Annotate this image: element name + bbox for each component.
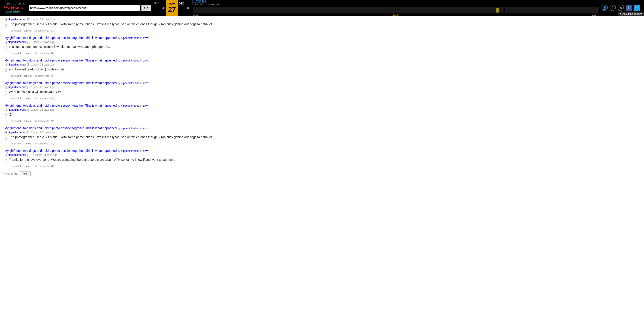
permalink-link[interactable]: permalink [11,29,22,32]
comment-text: :D [9,112,12,117]
context-link[interactable]: context [24,120,32,122]
by-text: by [118,82,121,85]
collapse[interactable]: [-] [4,86,7,89]
permalink-link[interactable]: permalink [11,165,22,168]
collapse[interactable]: [-] [4,40,7,44]
by-user-link[interactable]: nippedinthebud [121,149,139,152]
by-user-link[interactable]: nippedinthebud [121,36,139,40]
comment-text: It is such a common occurrence it would … [9,44,111,49]
comment-block: My girlfriend, two dogs and I did a phot… [4,126,219,145]
full-comments-link[interactable]: full comments (44) [34,120,54,122]
by-user-link[interactable]: nippedinthebud [121,82,139,85]
by-user-link[interactable]: nippedinthebud [121,59,139,62]
next-button[interactable]: next › [20,172,31,176]
downvote[interactable]: ▼ [4,161,8,164]
downvote[interactable]: ▼ [4,48,8,51]
context-link[interactable]: context [24,97,32,100]
twitter-icon[interactable]: 🐦 [634,5,640,11]
downvote[interactable]: ▼ [4,70,8,74]
settings-icon[interactable]: ✕ [618,5,624,11]
s-badge: [S] [27,131,30,134]
upvote[interactable]: ▲ [4,22,8,25]
points-time: 17 points 23 days ago [31,154,57,156]
collapse[interactable]: [-] [4,154,7,156]
vote-arrows: ▲ ▼ [4,44,8,51]
upvote[interactable]: ▲ [4,90,8,93]
username-link[interactable]: nippedinthebud [8,131,26,134]
full-comments-link[interactable]: full comments (44) [34,29,54,32]
nav-next[interactable]: ► [186,5,192,10]
downvote[interactable]: ▼ [4,25,8,28]
in-text: in [140,127,143,130]
upvote[interactable]: ▲ [4,112,8,115]
full-comments-link[interactable]: full comments (44) [34,165,54,168]
upvote[interactable]: ▲ [4,135,8,138]
post-title-link[interactable]: My girlfriend, two dogs and I did a phot… [4,81,117,85]
nav-prev[interactable]: ◄ [160,5,166,10]
subreddit-link[interactable]: aww [143,127,148,130]
username-link[interactable]: nippedinthebud [8,108,26,111]
subreddit-link[interactable]: aww [143,36,148,40]
upvote[interactable]: ▲ [4,158,8,160]
context-link[interactable]: context [24,74,32,77]
full-comments-link[interactable]: full comments (44) [34,142,54,145]
upvote[interactable]: ▲ [4,44,8,48]
collapse[interactable]: [-] [4,108,7,111]
subreddit-link[interactable]: aww [143,59,148,62]
downvote[interactable]: ▼ [4,116,8,119]
username-link[interactable]: nippedinthebud [8,18,26,21]
points-time: 1 point 22 days ago [31,131,54,134]
subreddit-link[interactable]: aww [143,104,148,107]
subreddit-link[interactable]: aww [143,149,148,152]
context-link[interactable]: context [24,165,32,168]
comment-meta: [-] nippedinthebud [S] 1 point 22 days a… [4,40,219,44]
about-capture-button[interactable]: About this capture [618,12,644,16]
context-link[interactable]: context [24,29,32,32]
s-badge: [S] [27,108,30,111]
subreddit-link[interactable]: aww [143,82,148,85]
full-comments-link[interactable]: full comments (44) [34,74,54,77]
username-link[interactable]: nippedinthebud [8,154,26,156]
downvote[interactable]: ▼ [4,138,8,141]
context-link[interactable]: context [24,52,32,54]
permalink-link[interactable]: permalink [11,74,22,77]
by-user-link[interactable]: nippedinthebud [121,127,139,130]
captures-link[interactable]: 11 captures [192,0,598,3]
year-left: 2013 [193,14,198,16]
post-title-link[interactable]: My girlfriend, two dogs and I did a phot… [4,36,117,40]
username-link[interactable]: nippedinthebud [8,63,26,66]
user-icon[interactable]: 👤 [602,5,608,11]
by-user-link[interactable]: nippedinthebud [121,104,139,107]
post-title-link[interactable]: My girlfriend, two dogs and I did a phot… [4,126,117,130]
comment-actions: permalink context full comments (44) [11,74,219,77]
upvote[interactable]: ▲ [4,67,8,70]
permalink-link[interactable]: permalink [11,52,22,54]
go-button[interactable]: Go [141,5,151,11]
comment-actions: permalink context full comments (44) [11,165,219,168]
help-icon[interactable]: ? [610,5,616,11]
by-text: by [118,36,121,40]
view-more: view more: next › [4,172,219,176]
downvote[interactable]: ▼ [4,93,8,96]
collapse[interactable]: [-] [4,18,7,21]
post-title-link[interactable]: My girlfriend, two dogs and I did a phot… [4,149,117,152]
context-link[interactable]: context [24,142,32,145]
wayback-text: Wayback [3,5,23,10]
post-title-link[interactable]: My girlfriend, two dogs and I did a phot… [4,104,117,107]
s-badge: [S] [27,18,30,21]
collapse[interactable]: [-] [4,131,7,134]
username-link[interactable]: nippedinthebud [8,86,26,89]
facebook-icon[interactable]: f [626,5,632,11]
full-comments-link[interactable]: full comments (44) [34,52,54,54]
full-comments-link[interactable]: full comments (44) [34,97,54,100]
comment-meta: [-] nippedinthebud [S] 1 point 22 days a… [4,108,219,111]
permalink-link[interactable]: permalink [11,97,22,100]
permalink-link[interactable]: permalink [11,120,22,122]
url-input[interactable] [28,5,140,11]
permalink-link[interactable]: permalink [11,142,22,145]
post-title-link[interactable]: My girlfriend, two dogs and I did a phot… [4,58,117,62]
username-link[interactable]: nippedinthebud [8,40,26,44]
comment-row: ▲ ▼ :D [4,112,219,119]
collapse[interactable]: [-] [4,63,7,66]
by-text: by [118,149,121,152]
